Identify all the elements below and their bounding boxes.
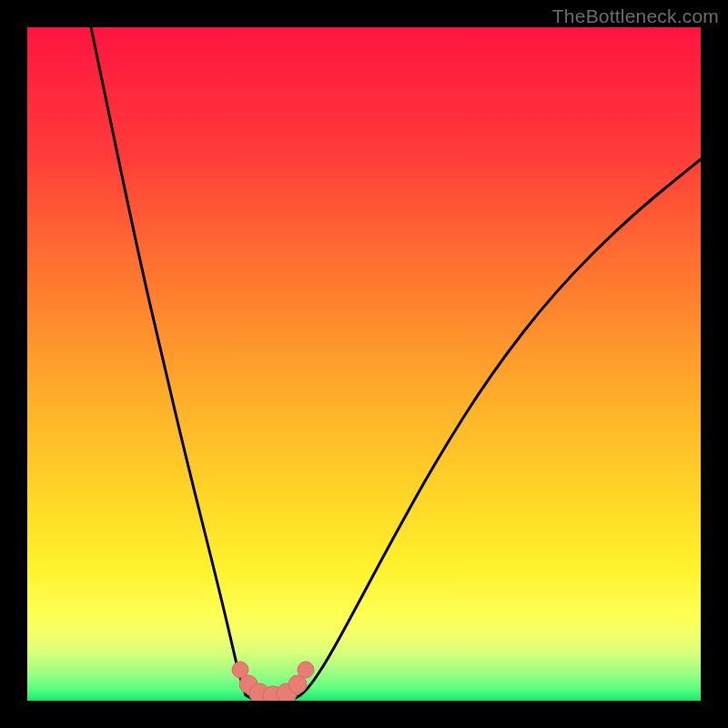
bottleneck-curve: [27, 27, 701, 701]
watermark-text: TheBottleneck.com: [552, 5, 719, 27]
valley-marker-dot: [298, 662, 314, 678]
plot-frame: [27, 27, 701, 701]
